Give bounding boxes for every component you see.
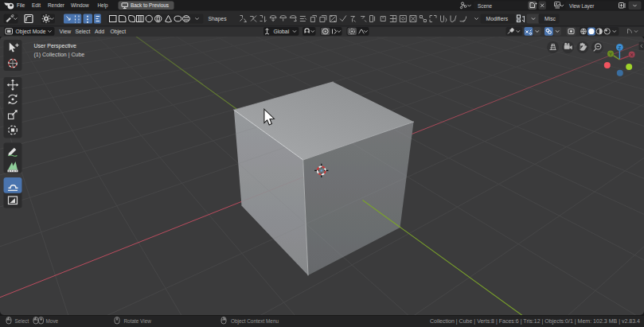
svg-text:Back to Previous: Back to Previous [131,2,169,8]
svg-text:Add: Add [95,29,104,34]
svg-text:Edit: Edit [32,2,41,8]
svg-text:Collection | Cube | Verts:8 |: Collection | Cube | Verts:8 | Faces:6 | … [430,318,640,325]
svg-text:Help: Help [98,2,109,9]
svg-text:Misc: Misc [544,16,556,21]
svg-text:Window: Window [71,2,89,8]
svg-text:Global: Global [274,29,290,34]
svg-text:User Perspective: User Perspective [34,43,76,49]
svg-text:Select: Select [76,29,91,34]
svg-text:Move: Move [46,318,59,324]
svg-text:Render: Render [48,2,65,8]
svg-text:X: X [630,53,634,57]
svg-text:Modifiers: Modifiers [486,16,509,21]
svg-text:Select: Select [15,318,29,324]
svg-text:Object Context Menu: Object Context Menu [231,318,279,325]
svg-text:Rotate View: Rotate View [124,318,152,324]
svg-text:Z: Z [619,45,622,50]
svg-text:View: View [60,29,72,34]
svg-text:File: File [17,2,25,8]
svg-text:Y: Y [609,52,612,56]
svg-text:View Layer: View Layer [569,3,595,10]
svg-text:Object: Object [111,29,127,35]
svg-text:(1) Collection | Cube: (1) Collection | Cube [34,52,85,58]
svg-text:Object Mode: Object Mode [16,29,46,35]
svg-text:Shapes: Shapes [209,16,228,22]
svg-text:Scene: Scene [478,3,493,9]
